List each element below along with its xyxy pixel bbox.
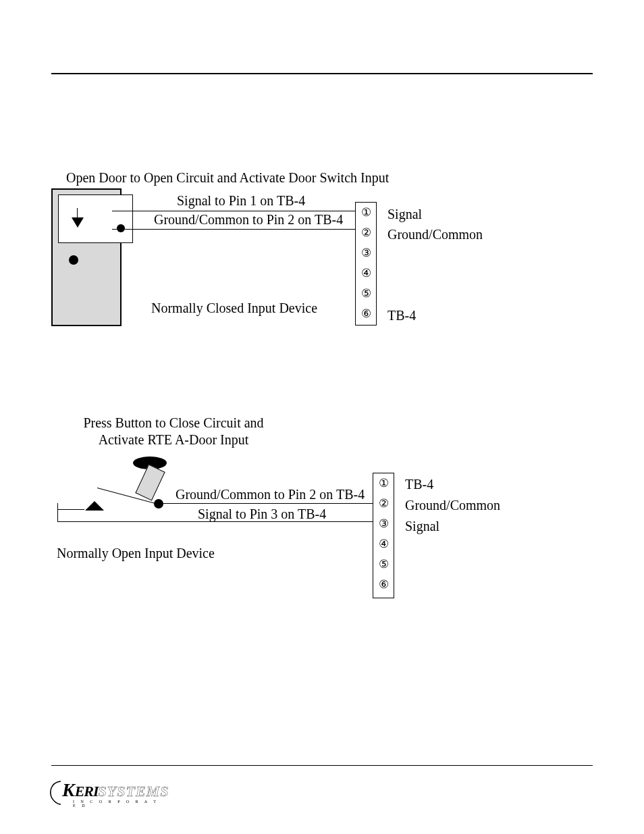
- document-page: Open Door to Open Circuit and Activate D…: [0, 0, 644, 834]
- footer-logo: KERISYSTEMS I N C O R P O R A T E D: [51, 779, 159, 808]
- door-panel: [58, 194, 133, 243]
- tb-pin-3: ③: [373, 514, 394, 534]
- logo-systems: SYSTEMS: [99, 783, 169, 800]
- figure1-caption: Open Door to Open Circuit and Activate D…: [66, 170, 389, 186]
- wire-ground: [159, 503, 380, 504]
- circuit-node-icon: [117, 224, 125, 232]
- legend-ground: Ground/Common: [405, 495, 500, 516]
- legend-tb4: TB-4: [387, 305, 483, 325]
- figure2-pin-legend: TB-4 Ground/Common Signal: [405, 474, 500, 537]
- wire-label-ground: Ground/Common to Pin 2 on TB-4: [154, 212, 343, 228]
- figure2-caption-line2: Activate RTE A-Door Input: [99, 432, 249, 447]
- tb-pin-3: ③: [356, 243, 376, 263]
- tb-pin-1: ①: [373, 473, 394, 494]
- legend-signal: Signal: [387, 204, 483, 224]
- tb-pin-2: ②: [356, 223, 376, 243]
- logo-eri: ERI: [75, 783, 99, 800]
- legend-ground: Ground/Common: [387, 224, 483, 244]
- terminal-block-tb4: ① ② ③ ④ ⑤ ⑥: [355, 202, 377, 325]
- wire-label-ground: Ground/Common to Pin 2 on TB-4: [176, 487, 365, 502]
- wire-segment: [57, 509, 84, 510]
- figure1-device-label: Normally Closed Input Device: [151, 301, 317, 316]
- figure-door-switch: Open Door to Open Circuit and Activate D…: [51, 166, 593, 342]
- button-stem-icon: [135, 464, 165, 500]
- legend-signal: Signal: [405, 516, 500, 537]
- door-knob-icon: [69, 255, 78, 265]
- wire-label-signal: Signal to Pin 1 on TB-4: [177, 193, 305, 209]
- figure-rte-button: Press Button to Close Circuit and Activa…: [51, 415, 593, 604]
- switch-contact-icon: [85, 501, 104, 511]
- figure2-device-label: Normally Open Input Device: [57, 546, 215, 561]
- terminal-block-tb4: ① ② ③ ④ ⑤ ⑥: [373, 473, 394, 598]
- tb-pin-5: ⑤: [356, 284, 376, 304]
- figure2-caption-line1: Press Button to Close Circuit and: [83, 415, 263, 430]
- wire-ground: [112, 229, 362, 230]
- tb-pin-4: ④: [356, 263, 376, 284]
- tb-pin-5: ⑤: [373, 554, 394, 575]
- tb-pin-1: ①: [356, 203, 376, 223]
- figure2-caption: Press Button to Close Circuit and Activa…: [76, 415, 271, 448]
- button-pivot-icon: [154, 499, 163, 509]
- logo-k: K: [62, 779, 75, 800]
- figure1-pin-legend: Signal Ground/Common TB-4: [387, 204, 483, 325]
- wire-label-signal: Signal to Pin 3 on TB-4: [198, 506, 326, 522]
- logo-incorporated: I N C O R P O R A T E D: [73, 800, 159, 808]
- arrow-down-icon: [72, 217, 84, 228]
- footer-rule: [51, 765, 593, 766]
- legend-tb4: TB-4: [405, 474, 500, 495]
- header-rule: [51, 73, 593, 74]
- wire-signal: [112, 211, 362, 211]
- tb-pin-6: ⑥: [373, 575, 394, 595]
- tb-pin-4: ④: [373, 534, 394, 554]
- tb-pin-2: ②: [373, 494, 394, 514]
- tb-pin-6: ⑥: [356, 304, 376, 324]
